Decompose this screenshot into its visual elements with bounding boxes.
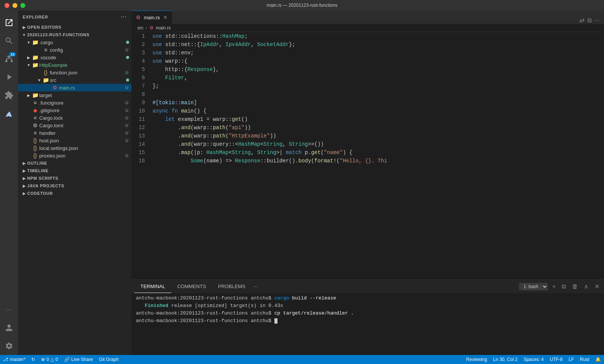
tree-item-cargo[interactable]: ▼ 📁 .cargo <box>18 39 131 46</box>
status-indent[interactable]: Spaces: 4 <box>521 355 547 364</box>
terminal-tab-label: TERMINAL <box>140 284 165 289</box>
tree-item-cargo-toml[interactable]: ⚙ Cargo.toml U <box>18 122 131 129</box>
tree-item-config[interactable]: ≡ config U <box>18 46 131 54</box>
status-reviewing[interactable]: Reviewing <box>463 355 490 364</box>
section-project[interactable]: ▼ 20201123-RUST-FUNCTIONS <box>18 31 131 39</box>
tab-terminal[interactable]: TERMINAL <box>134 280 171 293</box>
tree-item-httpexample[interactable]: ▼ 📁 HttpExample <box>18 61 131 69</box>
minimize-button[interactable] <box>12 3 17 8</box>
status-cursor-position[interactable]: Ln 30, Col 2 <box>490 355 521 364</box>
section-outline[interactable]: ▶ OUTLINE <box>18 159 131 167</box>
sidebar-header-title: EXPLORER <box>23 15 48 19</box>
status-language[interactable]: Rust <box>577 355 592 364</box>
split-editor-icon[interactable]: ⧉ <box>587 17 592 24</box>
tab-problems[interactable]: PROBLEMS <box>212 280 251 293</box>
chevron-right-icon: ▶ <box>26 93 32 97</box>
split-terminal-button[interactable]: ⧉ <box>560 282 567 291</box>
terminal-actions: 1: bash + ⧉ 🗑 ∧ ✕ <box>519 282 601 291</box>
cursor-position-label: Ln 30, Col 2 <box>493 357 518 362</box>
source-control-badge: 13 <box>9 52 16 57</box>
section-java-projects[interactable]: ▶ JAVA PROJECTS <box>18 182 131 190</box>
file-icon: ≡ <box>32 130 39 136</box>
tree-item-gitignore[interactable]: ◆ .gitignore U <box>18 106 131 114</box>
chevron-right-icon: ▶ <box>21 169 27 173</box>
settings-icon[interactable] <box>0 337 18 355</box>
tab-comments[interactable]: COMMENTS <box>171 280 212 293</box>
chevron-down-icon: ▼ <box>26 40 32 45</box>
file-status-badge: U <box>125 153 128 158</box>
tab-close-button[interactable]: ✕ <box>163 14 168 20</box>
json-icon: {} <box>32 153 39 159</box>
status-live-share[interactable]: 🔗 Live Share <box>61 355 96 364</box>
code-editor[interactable]: 12345 678910 1112131415 16 use std::coll… <box>131 32 604 279</box>
status-errors[interactable]: ⊗ 0 △ 0 <box>38 355 61 364</box>
status-encoding[interactable]: UTF-8 <box>547 355 565 364</box>
close-panel-button[interactable]: ✕ <box>593 282 601 291</box>
tree-item-local-settings[interactable]: {} local.settings.json <box>18 144 131 152</box>
sidebar-item-azure[interactable] <box>0 106 18 124</box>
sidebar-menu-button[interactable]: ··· <box>121 14 127 20</box>
sidebar-item-extensions[interactable] <box>0 86 18 104</box>
more-actions-icon[interactable]: ··· <box>595 17 599 24</box>
tree-item-label: .funcignore <box>39 100 125 106</box>
sidebar-item-more[interactable]: ··· <box>0 301 18 319</box>
section-npm-scripts[interactable]: ▶ NPM SCRIPTS <box>18 174 131 182</box>
tab-main-rs[interactable]: ⚙ main.rs ✕ <box>131 11 172 24</box>
status-branch[interactable]: ⎇ master* <box>0 355 28 364</box>
tree-item-vscode[interactable]: ▶ 📁 .vscode <box>18 54 131 61</box>
tree-item-cargo-lock[interactable]: ≡ Cargo.lock U <box>18 114 131 122</box>
code-line-10: async fn main() { <box>153 107 604 115</box>
maximize-button[interactable] <box>20 3 25 8</box>
tree-item-main-rs[interactable]: ⚙ main.rs U <box>18 84 131 91</box>
sidebar-item-run[interactable] <box>0 68 18 86</box>
tree-item-label: .cargo <box>39 40 126 45</box>
terminal-line-4: antchu-macbook:20201123-rust-functions a… <box>136 317 599 325</box>
chevron-right-icon: ▶ <box>21 161 27 165</box>
tree-item-target[interactable]: ▶ 📁 target <box>18 91 131 99</box>
tree-item-src[interactable]: ▼ 📁 src <box>18 76 131 84</box>
sidebar-item-search[interactable] <box>0 32 18 50</box>
code-line-14: .and(warp::query::<HashMap<String, Strin… <box>153 140 604 148</box>
delete-terminal-button[interactable]: 🗑 <box>570 282 579 291</box>
branch-name: master* <box>10 357 25 362</box>
activity-bar: 13 ··· <box>0 11 18 355</box>
java-label: JAVA PROJECTS <box>27 184 64 188</box>
tab-bar: ⚙ main.rs ✕ ⇄ ⧉ ··· <box>131 11 604 24</box>
breadcrumb-file[interactable]: main.rs <box>156 25 171 31</box>
diff-icon[interactable]: ⇄ <box>579 17 584 24</box>
tree-item-label: Cargo.lock <box>39 115 125 121</box>
new-terminal-button[interactable]: + <box>551 282 557 291</box>
move-up-button[interactable]: ∧ <box>582 282 590 291</box>
error-count: 0 <box>46 357 49 362</box>
window-controls[interactable] <box>5 3 25 8</box>
account-icon[interactable] <box>0 319 18 337</box>
section-open-editors[interactable]: ▶ OPEN EDITORS <box>18 23 131 31</box>
code-line-1: use std::collections::HashMap; <box>153 32 604 40</box>
breadcrumb-src[interactable]: src <box>137 25 143 31</box>
sidebar-item-explorer[interactable] <box>0 14 18 32</box>
status-eol[interactable]: LF <box>565 355 577 364</box>
tree-item-handler[interactable]: ≡ handler U <box>18 129 131 137</box>
tree-item-proxies-json[interactable]: {} proxies.json U <box>18 152 131 159</box>
tree-item-funcignore[interactable]: ≡ .funcignore U <box>18 99 131 106</box>
tree-item-label: src <box>49 77 126 83</box>
folder-icon: 📁 <box>32 39 39 45</box>
status-notifications[interactable]: 🔔 <box>592 355 604 364</box>
status-git-graph[interactable]: Git Graph <box>96 355 122 364</box>
tree-item-function-json[interactable]: {} function.json U <box>18 69 131 76</box>
close-button[interactable] <box>5 3 9 8</box>
sidebar-item-source-control[interactable]: 13 <box>0 50 18 68</box>
tree-item-host-json[interactable]: {} host.json U <box>18 137 131 144</box>
tab-label: main.rs <box>144 15 160 20</box>
codetour-label: CODETOUR <box>27 191 53 196</box>
shell-selector[interactable]: 1: bash <box>519 283 548 290</box>
chevron-right-icon: ▶ <box>26 56 32 60</box>
terminal-body[interactable]: antchu-macbook:20201123-rust-functions a… <box>131 293 604 355</box>
terminal-tab-more[interactable]: ··· <box>253 283 258 290</box>
section-codetour[interactable]: ▶ CODETOUR <box>18 190 131 197</box>
status-sync[interactable]: ↻ <box>28 355 38 364</box>
tree-item-label: handler <box>39 130 125 136</box>
section-timeline[interactable]: ▶ TIMELINE <box>18 167 131 174</box>
npm-label: NPM SCRIPTS <box>27 176 58 180</box>
breadcrumb-rust-icon: ⚙ <box>149 25 154 31</box>
